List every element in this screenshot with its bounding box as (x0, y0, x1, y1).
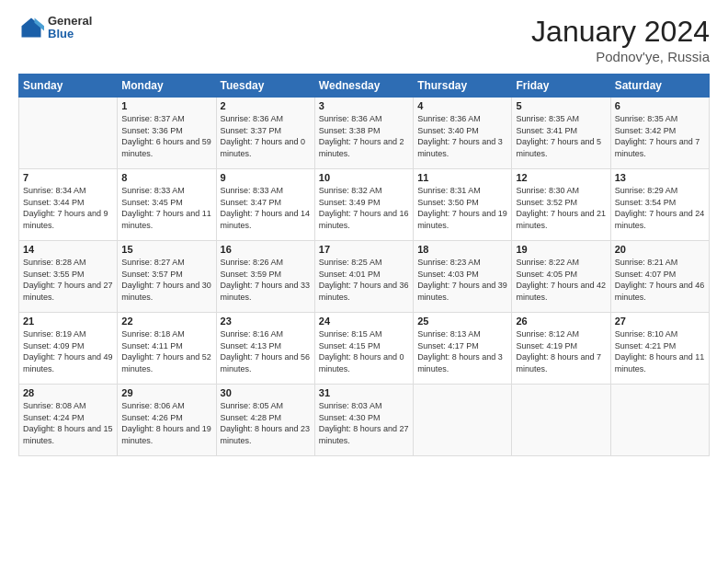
day-number: 16 (221, 244, 311, 255)
calendar-cell: 5Sunrise: 8:35 AM Sunset: 3:41 PM Daylig… (512, 98, 610, 169)
day-info: Sunrise: 8:13 AM Sunset: 4:17 PM Dayligh… (417, 328, 507, 374)
weekday-header-row: Sunday Monday Tuesday Wednesday Thursday… (19, 75, 710, 98)
day-info: Sunrise: 8:36 AM Sunset: 3:38 PM Dayligh… (319, 113, 409, 159)
logo: General Blue (18, 15, 92, 41)
day-info: Sunrise: 8:35 AM Sunset: 3:42 PM Dayligh… (615, 113, 705, 159)
day-info: Sunrise: 8:26 AM Sunset: 3:59 PM Dayligh… (221, 257, 311, 303)
header-friday: Friday (512, 75, 610, 98)
calendar-cell: 31Sunrise: 8:03 AM Sunset: 4:30 PM Dayli… (314, 385, 413, 456)
day-info: Sunrise: 8:19 AM Sunset: 4:09 PM Dayligh… (23, 328, 113, 374)
logo-icon (18, 15, 44, 40)
calendar-cell: 7Sunrise: 8:34 AM Sunset: 3:44 PM Daylig… (19, 169, 118, 241)
logo-text: General Blue (48, 15, 92, 41)
day-info: Sunrise: 8:23 AM Sunset: 4:03 PM Dayligh… (417, 257, 507, 303)
day-number: 27 (615, 316, 705, 327)
day-info: Sunrise: 8:36 AM Sunset: 3:37 PM Dayligh… (221, 113, 311, 159)
header-sunday: Sunday (19, 75, 118, 98)
day-info: Sunrise: 8:35 AM Sunset: 3:41 PM Dayligh… (516, 113, 606, 159)
day-info: Sunrise: 8:25 AM Sunset: 4:01 PM Dayligh… (319, 257, 409, 303)
day-number: 3 (319, 100, 409, 111)
logo-general-text: General (48, 15, 92, 28)
day-number: 8 (121, 172, 211, 183)
calendar-cell: 26Sunrise: 8:12 AM Sunset: 4:19 PM Dayli… (512, 313, 610, 385)
calendar-cell: 15Sunrise: 8:27 AM Sunset: 3:57 PM Dayli… (118, 241, 216, 313)
calendar-cell: 23Sunrise: 8:16 AM Sunset: 4:13 PM Dayli… (216, 313, 314, 385)
day-info: Sunrise: 8:18 AM Sunset: 4:11 PM Dayligh… (121, 328, 211, 374)
calendar-cell: 3Sunrise: 8:36 AM Sunset: 3:38 PM Daylig… (314, 98, 413, 169)
calendar-cell: 1Sunrise: 8:37 AM Sunset: 3:36 PM Daylig… (118, 98, 216, 169)
day-number: 19 (516, 244, 606, 255)
day-number: 22 (121, 316, 211, 327)
day-number: 9 (221, 172, 311, 183)
day-number: 31 (319, 387, 409, 398)
calendar-cell: 30Sunrise: 8:05 AM Sunset: 4:28 PM Dayli… (216, 385, 314, 456)
day-number: 12 (516, 172, 606, 183)
day-number: 25 (417, 316, 507, 327)
calendar-cell: 14Sunrise: 8:28 AM Sunset: 3:55 PM Dayli… (19, 241, 118, 313)
day-info: Sunrise: 8:21 AM Sunset: 4:07 PM Dayligh… (615, 257, 705, 303)
day-info: Sunrise: 8:22 AM Sunset: 4:05 PM Dayligh… (516, 257, 606, 303)
calendar-cell (610, 385, 709, 456)
header-monday: Monday (118, 75, 216, 98)
day-info: Sunrise: 8:15 AM Sunset: 4:15 PM Dayligh… (319, 328, 409, 374)
day-number: 4 (417, 100, 507, 111)
calendar-cell: 12Sunrise: 8:30 AM Sunset: 3:52 PM Dayli… (512, 169, 610, 241)
calendar-cell: 25Sunrise: 8:13 AM Sunset: 4:17 PM Dayli… (414, 313, 512, 385)
day-info: Sunrise: 8:37 AM Sunset: 3:36 PM Dayligh… (121, 113, 211, 159)
day-info: Sunrise: 8:08 AM Sunset: 4:24 PM Dayligh… (23, 400, 113, 446)
calendar-cell: 22Sunrise: 8:18 AM Sunset: 4:11 PM Dayli… (118, 313, 216, 385)
day-info: Sunrise: 8:03 AM Sunset: 4:30 PM Dayligh… (319, 400, 409, 446)
calendar-week-2: 14Sunrise: 8:28 AM Sunset: 3:55 PM Dayli… (19, 241, 710, 313)
day-info: Sunrise: 8:29 AM Sunset: 3:54 PM Dayligh… (615, 185, 705, 231)
header-wednesday: Wednesday (314, 75, 413, 98)
day-number: 20 (615, 244, 705, 255)
day-info: Sunrise: 8:12 AM Sunset: 4:19 PM Dayligh… (516, 328, 606, 374)
day-info: Sunrise: 8:30 AM Sunset: 3:52 PM Dayligh… (516, 185, 606, 231)
calendar-cell: 20Sunrise: 8:21 AM Sunset: 4:07 PM Dayli… (610, 241, 709, 313)
calendar-cell: 27Sunrise: 8:10 AM Sunset: 4:21 PM Dayli… (610, 313, 709, 385)
day-number: 17 (319, 244, 409, 255)
calendar-cell: 6Sunrise: 8:35 AM Sunset: 3:42 PM Daylig… (610, 98, 709, 169)
day-number: 1 (121, 100, 211, 111)
day-info: Sunrise: 8:05 AM Sunset: 4:28 PM Dayligh… (221, 400, 311, 446)
calendar-cell (19, 98, 118, 169)
day-number: 21 (23, 316, 113, 327)
day-info: Sunrise: 8:28 AM Sunset: 3:55 PM Dayligh… (23, 257, 113, 303)
calendar-cell: 11Sunrise: 8:31 AM Sunset: 3:50 PM Dayli… (414, 169, 512, 241)
calendar-week-3: 21Sunrise: 8:19 AM Sunset: 4:09 PM Dayli… (19, 313, 710, 385)
day-number: 28 (23, 387, 113, 398)
header-tuesday: Tuesday (216, 75, 314, 98)
day-info: Sunrise: 8:27 AM Sunset: 3:57 PM Dayligh… (121, 257, 211, 303)
calendar-cell: 18Sunrise: 8:23 AM Sunset: 4:03 PM Dayli… (414, 241, 512, 313)
calendar-cell: 4Sunrise: 8:36 AM Sunset: 3:40 PM Daylig… (414, 98, 512, 169)
day-number: 26 (516, 316, 606, 327)
day-number: 14 (23, 244, 113, 255)
calendar-cell: 17Sunrise: 8:25 AM Sunset: 4:01 PM Dayli… (314, 241, 413, 313)
calendar-cell: 21Sunrise: 8:19 AM Sunset: 4:09 PM Dayli… (19, 313, 118, 385)
day-number: 23 (221, 316, 311, 327)
title-block: January 2024 Podnov'ye, Russia (531, 15, 710, 64)
header-thursday: Thursday (414, 75, 512, 98)
subtitle: Podnov'ye, Russia (531, 49, 710, 64)
calendar-cell: 29Sunrise: 8:06 AM Sunset: 4:26 PM Dayli… (118, 385, 216, 456)
calendar-week-1: 7Sunrise: 8:34 AM Sunset: 3:44 PM Daylig… (19, 169, 710, 241)
day-number: 6 (615, 100, 705, 111)
day-info: Sunrise: 8:32 AM Sunset: 3:49 PM Dayligh… (319, 185, 409, 231)
day-number: 24 (319, 316, 409, 327)
day-number: 15 (121, 244, 211, 255)
day-number: 11 (417, 172, 507, 183)
logo-blue-text: Blue (48, 28, 92, 40)
day-info: Sunrise: 8:33 AM Sunset: 3:47 PM Dayligh… (221, 185, 311, 231)
header-saturday: Saturday (610, 75, 709, 98)
header: General Blue January 2024 Podnov'ye, Rus… (18, 15, 710, 64)
calendar-cell: 8Sunrise: 8:33 AM Sunset: 3:45 PM Daylig… (118, 169, 216, 241)
svg-marker-0 (22, 18, 41, 38)
calendar-week-0: 1Sunrise: 8:37 AM Sunset: 3:36 PM Daylig… (19, 98, 710, 169)
day-number: 29 (121, 387, 211, 398)
day-info: Sunrise: 8:16 AM Sunset: 4:13 PM Dayligh… (221, 328, 311, 374)
day-info: Sunrise: 8:06 AM Sunset: 4:26 PM Dayligh… (121, 400, 211, 446)
calendar-cell (414, 385, 512, 456)
day-number: 10 (319, 172, 409, 183)
month-title: January 2024 (531, 15, 710, 49)
calendar-cell (512, 385, 610, 456)
